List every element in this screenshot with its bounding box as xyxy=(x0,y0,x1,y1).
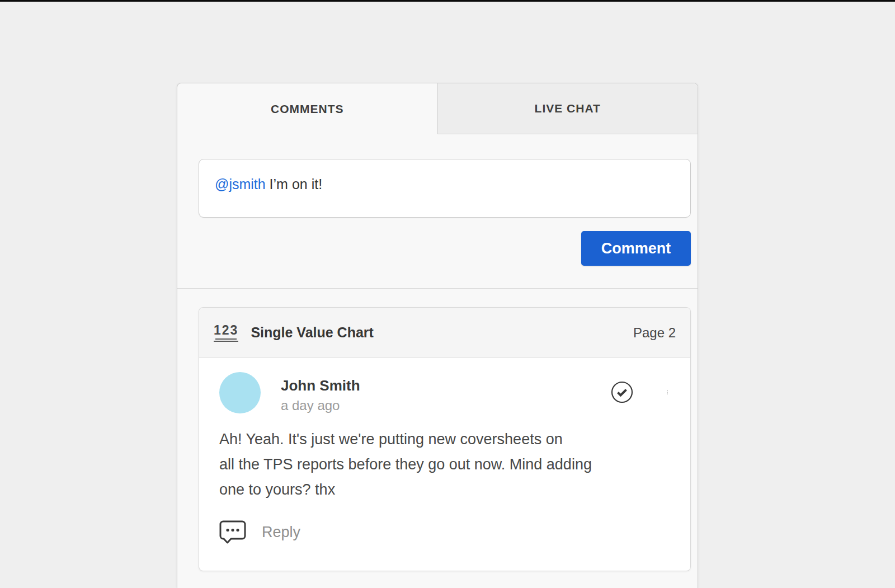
thread-card-header: 123 Single Value Chart Page 2 xyxy=(199,308,690,358)
thread-card: 123 Single Value Chart Page 2 John Smith… xyxy=(199,307,691,571)
panel-divider xyxy=(177,288,698,289)
resolve-check-icon[interactable] xyxy=(611,381,633,403)
comments-panel: COMMENTS LIVE CHAT @jsmith I’m on it! Co… xyxy=(177,83,698,588)
kebab-menu-icon[interactable] xyxy=(665,382,670,403)
page-indicator: Page 2 xyxy=(633,325,676,341)
thread-title: Single Value Chart xyxy=(251,324,374,341)
comment-timestamp: a day ago xyxy=(281,398,360,413)
thread-card-body: John Smith a day ago xyxy=(199,358,690,544)
reply-label: Reply xyxy=(262,524,300,541)
comment-input-text: I’m on it! xyxy=(266,176,322,192)
reply-bubble-icon xyxy=(219,520,246,544)
comment-author: John Smith xyxy=(281,377,360,394)
tab-live-chat[interactable]: LIVE CHAT xyxy=(437,83,698,134)
single-value-chart-icon: 123 xyxy=(214,324,238,342)
tab-live-chat-label: LIVE CHAT xyxy=(535,102,601,115)
comment-body: Ah! Yeah. It's just we're putting new co… xyxy=(219,427,670,502)
comment-submit-button[interactable]: Comment xyxy=(581,231,691,266)
tab-comments-label: COMMENTS xyxy=(271,102,344,116)
tab-comments[interactable]: COMMENTS xyxy=(177,83,437,134)
author-block: John Smith a day ago xyxy=(281,372,360,413)
screen: COMMENTS LIVE CHAT @jsmith I’m on it! Co… xyxy=(0,0,895,588)
comment-actions xyxy=(611,372,670,403)
tab-bar: COMMENTS LIVE CHAT xyxy=(177,83,698,134)
comment-input[interactable]: @jsmith I’m on it! xyxy=(199,159,691,218)
comment-header-row: John Smith a day ago xyxy=(219,372,670,413)
mention-token: @jsmith xyxy=(215,176,266,192)
reply-button[interactable]: Reply xyxy=(219,520,300,544)
avatar xyxy=(219,372,261,413)
top-border-bar xyxy=(0,0,895,2)
